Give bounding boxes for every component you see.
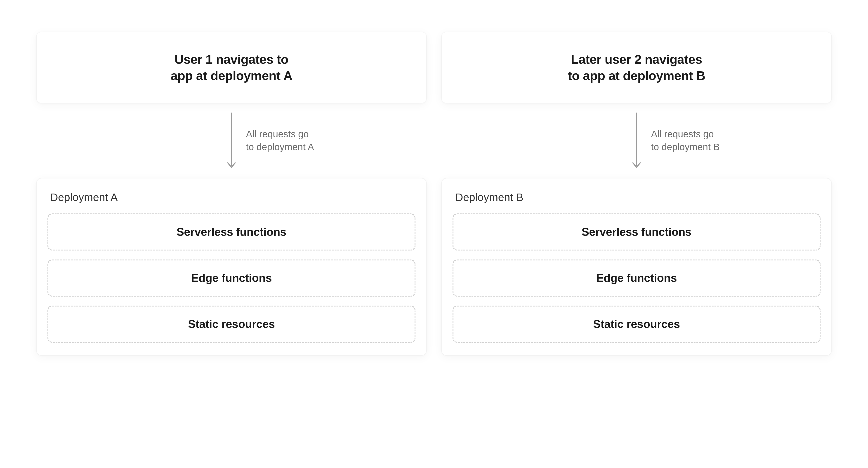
resource-list: Serverless functions Edge functions Stat… xyxy=(453,213,820,343)
user-card-text: User 1 navigates toapp at deployment A xyxy=(170,51,292,83)
arrow-label: All requests goto deployment A xyxy=(246,128,345,154)
deployment-title: Deployment B xyxy=(455,191,820,203)
arrow-down-icon xyxy=(631,111,642,170)
arrow-row-b: All requests goto deployment B xyxy=(441,103,832,178)
arrow-down-icon xyxy=(226,111,237,170)
column-deployment-a: User 1 navigates toapp at deployment A A… xyxy=(36,32,427,356)
resource-label: Serverless functions xyxy=(582,226,691,238)
arrow-row-a: All requests goto deployment A xyxy=(36,103,427,178)
user-card-b: Later user 2 navigatesto app at deployme… xyxy=(441,32,832,103)
user-card-text: Later user 2 navigatesto app at deployme… xyxy=(568,51,705,83)
resource-edge: Edge functions xyxy=(453,260,820,297)
resource-serverless: Serverless functions xyxy=(453,213,820,250)
resource-label: Edge functions xyxy=(191,271,272,285)
resource-label: Edge functions xyxy=(596,271,677,285)
deployment-card-a: Deployment A Serverless functions Edge f… xyxy=(36,178,427,356)
resource-static: Static resources xyxy=(48,306,415,343)
arrow-label: All requests goto deployment B xyxy=(651,128,750,154)
column-deployment-b: Later user 2 navigatesto app at deployme… xyxy=(441,32,832,356)
resource-list: Serverless functions Edge functions Stat… xyxy=(48,213,415,343)
resource-serverless: Serverless functions xyxy=(48,213,415,250)
deployment-card-b: Deployment B Serverless functions Edge f… xyxy=(441,178,832,356)
deployment-title: Deployment A xyxy=(50,191,415,203)
resource-label: Static resources xyxy=(188,317,275,331)
resource-label: Serverless functions xyxy=(177,226,286,238)
resource-label: Static resources xyxy=(593,317,680,331)
diagram-container: User 1 navigates toapp at deployment A A… xyxy=(36,32,832,356)
resource-edge: Edge functions xyxy=(48,260,415,297)
user-card-a: User 1 navigates toapp at deployment A xyxy=(36,32,427,103)
resource-static: Static resources xyxy=(453,306,820,343)
